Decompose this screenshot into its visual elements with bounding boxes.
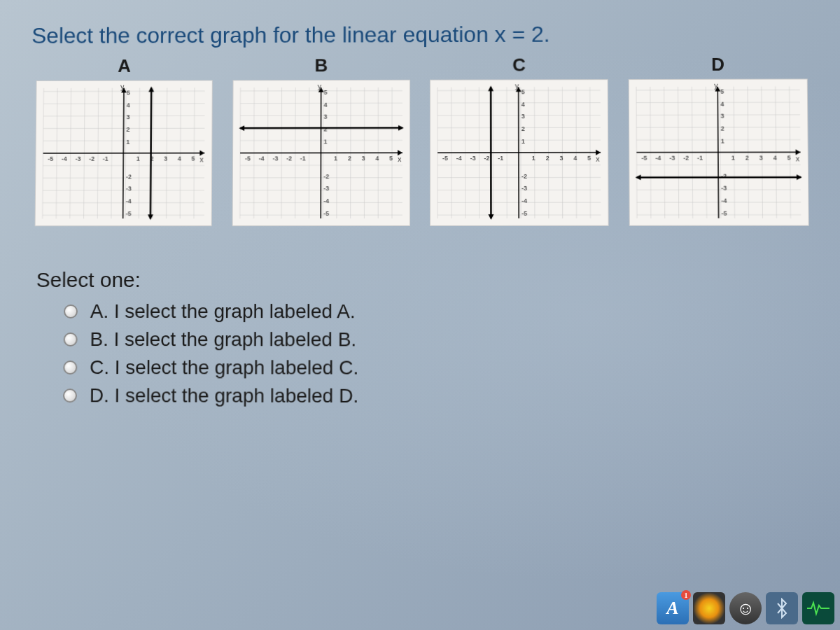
svg-text:3: 3	[760, 154, 763, 161]
svg-text:-1: -1	[697, 154, 703, 161]
svg-text:5: 5	[720, 88, 724, 94]
svg-text:-2: -2	[286, 155, 292, 162]
face-icon[interactable]: ☺	[729, 592, 762, 624]
svg-text:1: 1	[323, 139, 327, 146]
select-one-prompt: Select one:	[36, 268, 815, 292]
radio-b[interactable]	[64, 332, 78, 346]
svg-text:-5: -5	[245, 155, 251, 162]
graph-b-container: B yx -5-4-3-2-1 12345 54321 -2-3-4-5	[227, 55, 414, 226]
graph-b: yx -5-4-3-2-1 12345 54321 -2-3-4-5	[232, 80, 410, 226]
svg-text:5: 5	[127, 89, 130, 96]
svg-text:4: 4	[522, 101, 525, 108]
svg-text:-4: -4	[721, 197, 727, 204]
graphs-row: A y x -5-4-3-2-1	[30, 54, 814, 227]
graph-d-container: D yx -5-4-3-2-1 12345 54321 -2-3-4-5	[624, 54, 814, 226]
svg-text:5: 5	[323, 89, 327, 96]
question-text: Select the correct graph for the linear …	[31, 21, 812, 49]
plot-line-a	[150, 88, 151, 218]
svg-text:4: 4	[720, 100, 724, 107]
graph-c-label: C	[425, 54, 612, 76]
svg-text:1: 1	[136, 155, 140, 162]
graph-a-container: A y x -5-4-3-2-1	[30, 55, 218, 226]
svg-text:y: y	[515, 81, 519, 90]
svg-text:y: y	[714, 81, 718, 90]
svg-text:5: 5	[389, 155, 393, 162]
graph-b-label: B	[227, 55, 414, 76]
sun-icon[interactable]	[693, 592, 725, 624]
svg-text:-4: -4	[323, 197, 329, 204]
svg-text:5: 5	[588, 155, 592, 162]
badge-icon: 1	[681, 590, 691, 600]
svg-text:-5: -5	[522, 210, 527, 217]
svg-text:-2: -2	[323, 173, 329, 180]
activity-icon[interactable]	[802, 592, 834, 624]
option-b[interactable]: B. I select the graph labeled B.	[64, 328, 816, 351]
svg-text:-2: -2	[89, 155, 94, 162]
svg-text:x: x	[596, 155, 600, 163]
option-a-label: A. I select the graph labeled A.	[90, 300, 356, 323]
svg-text:-4: -4	[456, 155, 462, 162]
svg-text:4: 4	[774, 154, 777, 161]
svg-text:-5: -5	[642, 155, 648, 162]
svg-text:1: 1	[126, 139, 130, 146]
option-d[interactable]: D. I select the graph labeled D.	[63, 384, 816, 408]
svg-text:4: 4	[323, 101, 327, 108]
svg-text:-4: -4	[522, 197, 527, 204]
svg-text:2: 2	[546, 155, 550, 162]
app-icon[interactable]: A1	[657, 592, 689, 624]
svg-text:5: 5	[788, 154, 791, 161]
svg-text:2: 2	[126, 126, 130, 133]
option-c[interactable]: C. I select the graph labeled C.	[63, 356, 816, 380]
svg-text:-3: -3	[470, 155, 476, 162]
option-b-label: B. I select the graph labeled B.	[90, 328, 356, 351]
svg-text:-3: -3	[721, 185, 727, 192]
option-a[interactable]: A. I select the graph labeled A.	[64, 300, 815, 323]
svg-text:-3: -3	[522, 185, 527, 192]
svg-text:-4: -4	[258, 155, 264, 162]
svg-text:1: 1	[732, 154, 735, 161]
svg-text:-5: -5	[323, 210, 329, 217]
svg-text:-2: -2	[683, 155, 689, 162]
svg-text:-2: -2	[484, 155, 490, 162]
taskbar: A1 ☺	[651, 587, 840, 630]
x-axis-label: x	[200, 155, 204, 163]
svg-text:-3: -3	[323, 186, 329, 192]
svg-text:-4: -4	[126, 198, 132, 205]
bluetooth-icon[interactable]	[766, 592, 798, 624]
svg-marker-94	[239, 125, 244, 131]
graph-d-label: D	[624, 54, 813, 76]
svg-text:2: 2	[721, 125, 724, 132]
graph-c: yx -5-4-3-2-1 12345 54321 -2-3-4-5	[430, 79, 609, 226]
graph-c-container: C yx -5-4-3-2-1 12345 54321 -2-3-4-5	[425, 54, 613, 226]
svg-text:-3: -3	[272, 155, 278, 162]
svg-text:-4: -4	[655, 155, 661, 162]
svg-marker-195	[797, 174, 802, 180]
svg-text:1: 1	[522, 138, 525, 145]
svg-text:4: 4	[574, 155, 578, 162]
graph-a: y x -5-4-3-2-1 12345 54321 -2-3-4-5	[34, 80, 212, 226]
svg-text:2: 2	[348, 155, 351, 162]
svg-line-170	[718, 87, 718, 218]
svg-text:3: 3	[721, 113, 724, 120]
svg-text:-2: -2	[721, 172, 727, 179]
svg-text:x: x	[796, 154, 800, 162]
svg-text:3: 3	[560, 155, 564, 162]
svg-text:-2: -2	[522, 173, 527, 180]
svg-text:y: y	[317, 82, 321, 90]
svg-text:-3: -3	[669, 155, 675, 162]
radio-c[interactable]	[63, 360, 77, 374]
radio-d[interactable]	[63, 388, 77, 402]
svg-text:3: 3	[522, 113, 525, 120]
svg-marker-95	[398, 125, 404, 131]
svg-text:-4: -4	[62, 155, 67, 162]
y-axis	[122, 88, 123, 219]
graph-a-label: A	[31, 55, 218, 77]
svg-text:2: 2	[323, 126, 327, 133]
svg-text:2: 2	[746, 154, 749, 161]
svg-text:4: 4	[375, 155, 379, 162]
svg-text:-5: -5	[48, 155, 53, 162]
svg-text:-5: -5	[442, 155, 448, 162]
svg-text:-2: -2	[126, 173, 132, 180]
svg-text:3: 3	[164, 155, 167, 162]
radio-a[interactable]	[64, 304, 78, 318]
